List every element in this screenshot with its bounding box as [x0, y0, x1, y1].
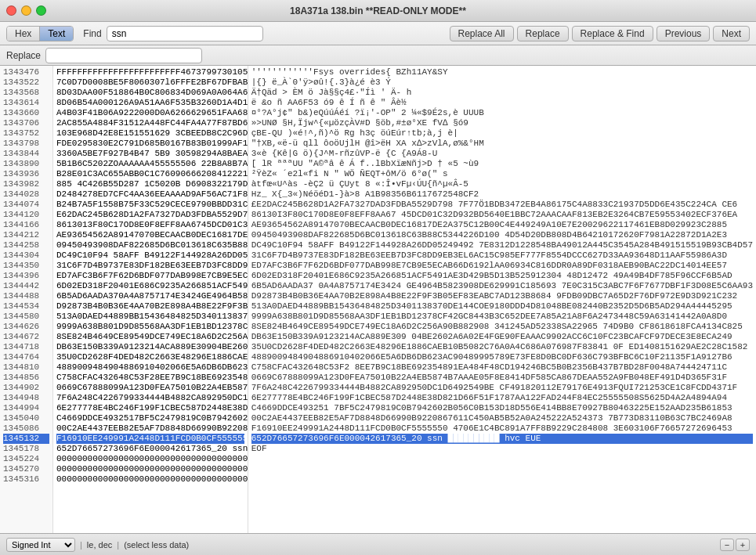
offset-cell: 1343890	[3, 159, 49, 169]
hex-cell[interactable]: C758CFAC432648C53F28EE7B9C18BE692354891E…	[56, 373, 244, 383]
hex-cell[interactable]: 0000000000000000000000000000000000000000…	[56, 474, 244, 485]
ascii-cell: 6B5AD6AADA37 0A4A8757174E3424 GE4964B582…	[251, 281, 753, 291]
find-input[interactable]	[107, 26, 263, 41]
resize-buttons: − +	[720, 539, 750, 551]
ascii-cell	[251, 454, 753, 464]
hex-button[interactable]: Hex	[7, 27, 40, 41]
ascii-cell: D92873B4B0B36E4AA70B2E898A4B8E22F9F3B05E…	[251, 291, 753, 301]
offset-cell: 1344350	[3, 261, 49, 271]
hex-cell[interactable]: DC49C10F94 58AFF B49122F144928A26DD05249…	[56, 250, 244, 261]
hex-cell[interactable]: F16910EE249991A2448D111FCD0B0CF555555047…	[56, 434, 244, 444]
ascii-cell: £E2DAC245B628D1A2FA7327DAD3FDBA5529D798 …	[251, 200, 753, 210]
ascii-cell: 7F6A248C4226799334444B4882CA892950DC1D64…	[251, 383, 753, 393]
grow-button[interactable]: +	[736, 539, 750, 551]
ascii-cell: 652D76657273696F6E000042617365_20 ssn ██…	[251, 434, 753, 444]
offset-cell: 1345316	[3, 474, 49, 485]
hex-cell[interactable]: 0669C67888099A123D0FEA75010B22A4EB5874B7…	[56, 383, 244, 393]
hex-cell[interactable]: A4B03F41B06A9222000D0A6266629651FAA681FA…	[56, 108, 244, 118]
hex-cell[interactable]: 2AC855A4884F31512A448FC44FA4A77F87BD68B5…	[56, 118, 244, 128]
hex-cell[interactable]: 885 4C426B55D287 1C5020B D6908322179D0B8…	[56, 179, 244, 189]
hex-cell[interactable]: E62DAC245B628D1A2FA7327DAD3FDBA5529D7987…	[56, 210, 244, 220]
hex-cell[interactable]: B28E01C3AC655ABB0C1C7609066620841222161C…	[56, 169, 244, 179]
hex-cell[interactable]: FFFFFFFFFFFFFFFFFFFFFFFF4673799730105000…	[56, 67, 244, 77]
ascii-cell: àtfœ«U^às -èÇ2 ü ÇUyt 8 «:Î•vFµ‹ÚU{ñ^µ«Â…	[251, 179, 753, 189]
hex-cell[interactable]: 00C2AE4437EEB82E5AF7D8848D66990B92208676…	[56, 423, 244, 434]
offset-cell: 1343844	[3, 149, 49, 159]
hex-cell[interactable]: 6B5AD6AADA370A4A8757174E3424GE4964B58239…	[56, 291, 244, 301]
offset-cell: 1344074	[3, 200, 49, 210]
ascii-cell: ¤°?A°j¢" b&)eQúúÁéí ?ï¡'-OP" 2 ¼«$9É2s,è…	[251, 108, 753, 118]
ascii-cell	[251, 464, 753, 474]
hex-cell[interactable]: 513A0DAED44889BB15436484825D3401138370DE…	[56, 312, 244, 322]
offset-cell: 1344258	[3, 240, 49, 250]
hex-cell[interactable]: 8SE824B4649CE89549DCE749EC18A6D2C256A90B…	[56, 332, 244, 342]
hex-cell[interactable]: 6D02ED318F20401E686C9235A266851ACF5491AE…	[56, 281, 244, 291]
offset-cell: 1344120	[3, 210, 49, 220]
hex-cell[interactable]: 7C0D7D0008BE5F8060307l6FFFE2BF67DFBABFEF…	[56, 77, 244, 88]
ascii-cell: 31C6F7D4B9737E83DF182BE63EEB7D3FC8DD9EB3…	[251, 250, 753, 261]
replace-find-button[interactable]: Replace & Find	[572, 26, 653, 41]
selection-info: (select less data)	[124, 540, 189, 550]
replace-button[interactable]: Replace	[517, 26, 569, 41]
hex-cell[interactable]: 7F6A248C4226799334444B4882CA892950DC1D64…	[56, 393, 244, 403]
offset-cell: 1344442	[3, 281, 49, 291]
offset-cell: 1343752	[3, 128, 49, 139]
offset-cell: 1344994	[3, 403, 49, 413]
ascii-cell: ED7AFC3B6F7F62D6BDF077DAB998E7CB9E5ECAB6…	[251, 261, 753, 271]
hex-cell[interactable]: 4889009484904886910402066E5A6DB6DB623AC9…	[56, 362, 244, 373]
hex-cell[interactable]: 0000000000000000000000000000000000000000…	[56, 464, 244, 474]
format-label: le, dec	[87, 540, 112, 550]
offset-cell: 1345086	[3, 423, 49, 434]
replace-input[interactable]	[45, 48, 202, 63]
hex-column: FFFFFFFFFFFFFFFFFFFFFFFF4673799730105000…	[53, 66, 248, 533]
hex-cell[interactable]: 3360A5BE7F927B4B47 5B9 30598294A8BAEAAC2…	[56, 149, 244, 159]
type-select[interactable]: Signed Int Unsigned Int Float Double	[6, 538, 75, 552]
ascii-cell: EOF	[251, 444, 753, 454]
hex-cell[interactable]: 9999A638B801D9D85568AA3DF1EB1BD12378CF42…	[56, 322, 244, 332]
ascii-cell: C4669DDCE493251 7BF5C2479819C0B7942602B0…	[251, 403, 753, 413]
text-button[interactable]: Text	[40, 27, 73, 41]
hex-cell[interactable]: ED7AFC3B6F7F62D6BDF077DAB998E7CB9E5ECAB6…	[56, 271, 244, 281]
ascii-cell: DC49C10F94 58AFF B49122F144928A26DD05249…	[251, 240, 753, 250]
ascii-cell: 09450493908DAF822685D6BC013618C63B88C534…	[251, 230, 753, 240]
close-button[interactable]	[6, 5, 16, 16]
hex-cell[interactable]: 35U0CD2628F4DED482C2663E48296E1886CAEB10…	[56, 352, 244, 362]
hex-cell[interactable]: 09450493908DAF822685D6BC013618C635B88C53…	[56, 240, 244, 250]
ascii-cell: ²ŸèZ« ´e2l«fi N " WÖ ÑEQT+ôM/ö 6°ø(" s	[251, 169, 753, 179]
hex-cell[interactable]: 8613013F80C17OD8E0F8EFF8AA6745DCD01C32D9…	[56, 220, 244, 230]
shrink-button[interactable]: −	[720, 539, 734, 551]
hex-cell[interactable]: 5B1B6C5202ZOAAAAAA455555506 22B8A8B7AA1B…	[56, 159, 244, 169]
hex-cell[interactable]: 0000000000000000000000000000000000000000…	[56, 454, 244, 464]
offset-cell: 1344856	[3, 373, 49, 383]
ascii-cell: ''''''''''''Fsys overrides{ BZh11AY&SY	[251, 67, 753, 77]
hex-cell[interactable]: B24B7A5F1558B75F33C529CECE9790BBDD31C25D…	[56, 200, 244, 210]
ascii-cell: "†XB,«ë-ü qll ôoöUjlH @î>ëH XA x∆>zVlA,ø…	[251, 139, 753, 149]
hex-cell[interactable]: 8D06B54A000126A9A51AA6F535B3260D1A4D188D…	[56, 98, 244, 108]
hex-text-toggle: Hex Text	[6, 26, 74, 41]
hex-cell[interactable]: 8D03DAA00F518864B0C806834D069A0A064A61A4…	[56, 88, 244, 98]
minimize-button[interactable]	[21, 5, 31, 16]
offset-cell: 1344212	[3, 230, 49, 240]
hex-cell[interactable]: FDE0295830E2C791D685B0167B83B01999AF14F6…	[56, 139, 244, 149]
hex-cell[interactable]: AE93654562A89147070BECAACB0DEC16817DE2A3…	[56, 230, 244, 240]
hex-cell[interactable]: D2484278ED7CFC4AA36EEAAAAD9AF56AC71F8D2D…	[56, 189, 244, 200]
offset-cell: 1345040	[3, 413, 49, 423]
title-bar: 18A371a 138.bin **READ-ONLY MODE**	[0, 0, 756, 22]
hex-cell[interactable]: D92873B4B0B36E4AA70B2E898A4B8E22F9F3B05E…	[56, 301, 244, 312]
hex-cell[interactable]: 31C6F7D4B9737E83DF182BE63EEB7D3FC8DD9EB3…	[56, 261, 244, 271]
next-button[interactable]: Next	[713, 26, 750, 41]
hex-cell[interactable]: 103E968D42E8E151551629 3CBEEDB8C2C96DD6A…	[56, 128, 244, 139]
offset-cell: 1343614	[3, 98, 49, 108]
ascii-cell: çBE-QU )«é!^,ñ)^ö Rg h3ç öúEúr↑tb;à,j è|	[251, 128, 753, 139]
hex-cell[interactable]: 652D76657273696F6E000042617365_20 ssn ██…	[56, 444, 244, 454]
ascii-cell: [ lR ªªªUU "A©ªâ ê Á f..lBbXïæNñj>D † «5…	[251, 159, 753, 169]
offset-cell: 1344626	[3, 322, 49, 332]
hex-cell[interactable]: C4669DDCE4932517BF5C2479819C0B7942602B05…	[56, 413, 244, 423]
hex-cell[interactable]: 6E277778E4BC246F199F1CBEC587D2448E38D821…	[56, 403, 244, 413]
replace-all-button[interactable]: Replace All	[450, 26, 514, 41]
ascii-cell: 513A0DAED44889BB15436484825D3401138370DE…	[251, 301, 753, 312]
ascii-cell: 8SE824B4649CE89549DCE749EC18A6D2C256A90B…	[251, 322, 753, 332]
hex-cell[interactable]: DB63E150B339A9123214ACA889E30904BE2602A6…	[56, 342, 244, 352]
maximize-button[interactable]	[36, 5, 46, 16]
previous-button[interactable]: Previous	[657, 26, 711, 41]
